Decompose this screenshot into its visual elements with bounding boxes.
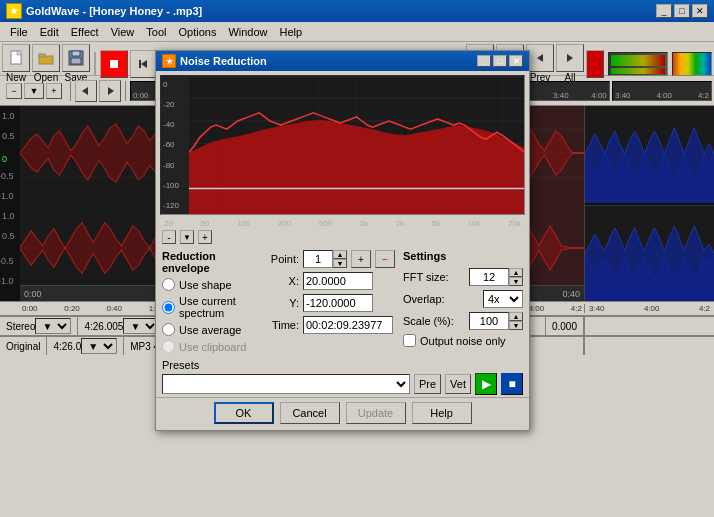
radio-use-average-input[interactable]: [162, 323, 175, 336]
del-point-button[interactable]: −: [375, 250, 395, 268]
scale-up[interactable]: ▲: [509, 312, 523, 321]
menu-tool[interactable]: Tool: [140, 24, 172, 40]
stop-button[interactable]: [100, 50, 128, 78]
scale-input[interactable]: [469, 312, 509, 330]
menu-file[interactable]: File: [4, 24, 34, 40]
spectrum-indicator: [672, 52, 712, 76]
svg-rect-5: [72, 51, 80, 56]
close-button[interactable]: ✕: [692, 4, 708, 18]
reduction-envelope-title: Reduction envelope: [162, 250, 251, 274]
x-input[interactable]: [303, 272, 373, 290]
chart-zoom-dropdown[interactable]: ▼: [180, 230, 194, 244]
pb-sep2: [125, 81, 126, 101]
new-label: New: [6, 72, 26, 83]
pre-button[interactable]: Pre: [414, 374, 441, 394]
menu-effect[interactable]: Effect: [65, 24, 105, 40]
menu-window[interactable]: Window: [222, 24, 273, 40]
presets-select[interactable]: [162, 374, 410, 394]
scale-spin: ▲ ▼: [469, 312, 523, 330]
time-input[interactable]: [303, 316, 393, 334]
y-input[interactable]: [303, 294, 373, 312]
move-right-button[interactable]: [99, 80, 121, 102]
spectrum-chart[interactable]: 0 -20 -40 -60 -80 -100 -120: [160, 75, 525, 215]
radio-group: Use shape Use current spectrum Use avera…: [162, 278, 251, 353]
open-button[interactable]: [32, 44, 60, 72]
svg-rect-9: [139, 60, 141, 68]
y-label-60: -60: [163, 140, 191, 149]
radio-use-shape-input[interactable]: [162, 278, 175, 291]
fft-down[interactable]: ▼: [509, 277, 523, 286]
ok-button[interactable]: OK: [214, 402, 274, 424]
radio-use-current-label: Use current spectrum: [179, 295, 251, 319]
y-label: Y:: [259, 297, 299, 309]
dialog-restore[interactable]: □: [493, 55, 507, 67]
save-button[interactable]: [62, 44, 90, 72]
move-left-button[interactable]: [75, 80, 97, 102]
minimize-button[interactable]: _: [656, 4, 672, 18]
fft-input[interactable]: [469, 268, 509, 286]
stereo-dropdown[interactable]: ▼: [35, 318, 71, 334]
y-label-20: -20: [163, 100, 191, 109]
radio-use-shape-label: Use shape: [179, 279, 232, 291]
reduction-envelope-section: Reduction envelope Use shape Use current…: [162, 250, 251, 353]
dialog-stop-button[interactable]: ■: [501, 373, 523, 395]
vu-meter: [608, 52, 668, 76]
fft-row: FFT size: ▲ ▼: [403, 268, 523, 286]
prev-button[interactable]: [130, 50, 158, 78]
radio-use-average-label: Use average: [179, 324, 241, 336]
point-spinners: ▲ ▼: [333, 250, 347, 268]
zoom-plus-icon[interactable]: +: [46, 83, 62, 99]
x-label-5k: 5k: [432, 219, 440, 228]
point-up[interactable]: ▲: [333, 250, 347, 259]
add-point-button[interactable]: +: [351, 250, 371, 268]
point-input[interactable]: [303, 250, 333, 268]
ruler-40: 0:40: [106, 304, 122, 313]
vet-button[interactable]: Vet: [445, 374, 471, 394]
time-mark-0: 0:00: [24, 289, 42, 299]
radio-use-current-input[interactable]: [162, 301, 175, 314]
cancel-button[interactable]: Cancel: [280, 402, 340, 424]
maximize-button[interactable]: □: [674, 4, 690, 18]
prev-track-button[interactable]: [526, 44, 554, 72]
radio-use-clipboard: Use clipboard: [162, 340, 251, 353]
presets-container: Presets Pre Vet ▶ ■: [156, 357, 529, 397]
new-button[interactable]: [2, 44, 30, 72]
dialog-close[interactable]: ✕: [509, 55, 523, 67]
zoom-dropdown[interactable]: ▼: [24, 83, 44, 99]
radio-use-current[interactable]: Use current spectrum: [162, 295, 251, 319]
chart-zoom-plus[interactable]: +: [198, 230, 212, 244]
dialog-icon: ★: [162, 54, 176, 68]
menu-edit[interactable]: Edit: [34, 24, 65, 40]
stop2-button[interactable]: [586, 50, 604, 78]
right-waveform[interactable]: 3:40 4:00 4:2: [584, 106, 714, 301]
dialog-minimize[interactable]: _: [477, 55, 491, 67]
all-button[interactable]: [556, 44, 584, 72]
radio-use-shape[interactable]: Use shape: [162, 278, 251, 291]
x-label-500: 500: [319, 219, 332, 228]
zoom-minus-icon[interactable]: −: [6, 83, 22, 99]
chart-zoom-minus[interactable]: -: [162, 230, 176, 244]
fft-up[interactable]: ▲: [509, 268, 523, 277]
menu-view[interactable]: View: [105, 24, 141, 40]
y-label-120: -120: [163, 201, 191, 210]
menu-help[interactable]: Help: [274, 24, 309, 40]
duration2-dropdown[interactable]: ▼: [81, 338, 117, 354]
update-button[interactable]: Update: [346, 402, 406, 424]
scale-row: Scale (%): ▲ ▼: [403, 312, 523, 330]
status-value: 0.000: [546, 317, 584, 335]
toolbar-separator: [94, 52, 96, 76]
menu-options[interactable]: Options: [172, 24, 222, 40]
duration-dropdown[interactable]: ▼: [123, 318, 159, 334]
svg-marker-21: [567, 54, 573, 62]
point-down[interactable]: ▼: [333, 259, 347, 268]
scale-down[interactable]: ▼: [509, 321, 523, 330]
output-noise-checkbox[interactable]: [403, 334, 416, 347]
ruler-0: 0:00: [22, 304, 38, 313]
point-label: Point:: [259, 253, 299, 265]
radio-use-average[interactable]: Use average: [162, 323, 251, 336]
time-ruler-right: 3:404:004:2: [612, 81, 712, 101]
app-title: GoldWave - [Honey Honey - .mp3]: [26, 5, 202, 17]
dialog-play-button[interactable]: ▶: [475, 373, 497, 395]
help-button[interactable]: Help: [412, 402, 472, 424]
overlap-select[interactable]: 1x 2x 4x 8x: [483, 290, 523, 308]
